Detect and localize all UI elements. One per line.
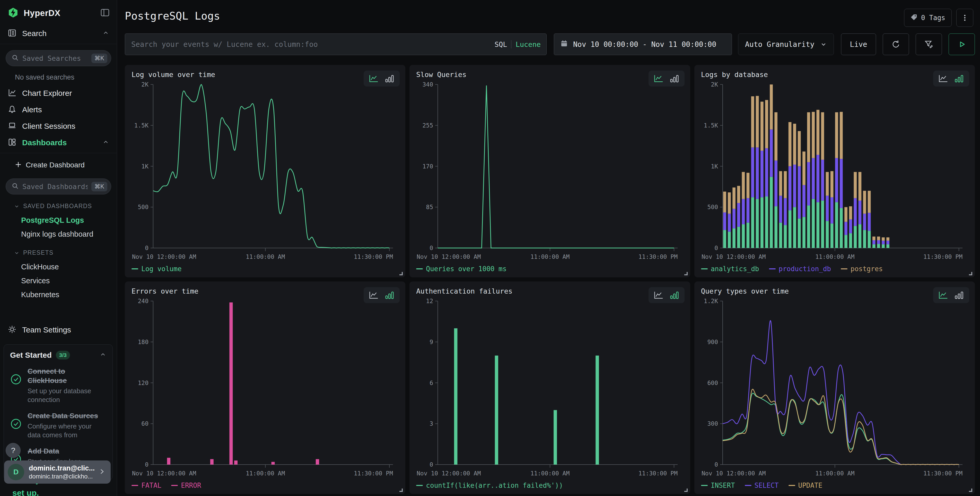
- line-chart-icon[interactable]: [938, 74, 948, 83]
- event-search-input[interactable]: [125, 34, 495, 55]
- chart-panel-6: Query types over time1.2K9006003000Nov 1…: [694, 281, 975, 494]
- filter-button[interactable]: [916, 33, 942, 55]
- panel-resize-handle[interactable]: [399, 488, 403, 492]
- get-started-step-connect[interactable]: Connect to ClickHouse Set up your databa…: [10, 367, 106, 404]
- section-saved-dashboards[interactable]: SAVED DASHBOARDS: [14, 203, 117, 210]
- panel-resize-handle[interactable]: [399, 272, 403, 275]
- bar-chart-icon[interactable]: [385, 74, 395, 83]
- collapse-sidebar-icon[interactable]: [100, 8, 110, 18]
- sidebar-item-label: Alerts: [22, 105, 42, 114]
- chart-canvas: 240180120600Nov 10 12:00:00 AM11:00:00 A…: [132, 297, 400, 480]
- legend-item: production_db: [769, 265, 831, 273]
- saved-searches-input[interactable]: [22, 54, 88, 62]
- sidebar: HyperDX Search ⌘K No saved searches: [0, 0, 117, 496]
- svg-text:11:00:00 AM: 11:00:00 AM: [530, 254, 570, 260]
- svg-text:11:30:00 PM: 11:30:00 PM: [354, 470, 393, 477]
- sidebar-item-chart-explorer[interactable]: Chart Explorer: [0, 85, 117, 102]
- logo-row: HyperDX: [0, 0, 117, 22]
- saved-dashboards-input[interactable]: [22, 183, 88, 191]
- line-chart-icon[interactable]: [654, 74, 663, 83]
- help-button[interactable]: ?: [6, 443, 21, 458]
- date-range-picker[interactable]: Nov 10 00:00:00 - Nov 11 00:00:00: [554, 33, 732, 55]
- legend-label: FATAL: [141, 482, 161, 489]
- chart-area: 340255170850Nov 10 12:00:00 AM11:00:00 A…: [416, 80, 684, 263]
- search-section-icon: [8, 29, 16, 38]
- legend-item: FATAL: [132, 482, 161, 489]
- svg-text:120: 120: [138, 380, 148, 386]
- live-button[interactable]: Live: [841, 33, 876, 55]
- svg-text:11:00:00 AM: 11:00:00 AM: [530, 470, 570, 477]
- create-dashboard-button[interactable]: Create Dashboard: [0, 158, 117, 172]
- chart-panel-3: Logs by database2K1.5K1K5000Nov 10 12:00…: [694, 65, 975, 278]
- legend-dash: [132, 268, 138, 270]
- user-menu[interactable]: D dominic.tran@clic... dominic.tran@clic…: [4, 461, 111, 484]
- legend-dash: [745, 485, 751, 486]
- svg-text:170: 170: [423, 163, 433, 170]
- svg-text:60: 60: [141, 420, 148, 427]
- chevron-up-icon[interactable]: [100, 351, 106, 359]
- get-started-badge: 3/3: [56, 351, 70, 359]
- kbd-shortcut: ⌘K: [91, 54, 107, 63]
- section-presets[interactable]: PRESETS: [14, 249, 117, 256]
- line-chart-icon[interactable]: [369, 291, 379, 300]
- refresh-button[interactable]: [883, 33, 909, 55]
- sidebar-item-client-sessions[interactable]: Client Sessions: [0, 118, 117, 134]
- divider: [511, 40, 511, 48]
- panel-resize-handle[interactable]: [684, 488, 688, 492]
- svg-text:255: 255: [423, 122, 433, 129]
- chart-mode-toggle: [364, 70, 400, 86]
- app-root: HyperDX Search ⌘K No saved searches: [0, 0, 980, 496]
- panel-resize-handle[interactable]: [684, 272, 688, 275]
- svg-text:11:30:00 PM: 11:30:00 PM: [638, 254, 678, 260]
- chart-mode-toggle: [933, 287, 969, 303]
- sidebar-item-dashboards[interactable]: Dashboards: [0, 134, 117, 151]
- user-name: dominic.tran@clic...: [29, 464, 94, 472]
- sidebar-item-alerts[interactable]: Alerts: [0, 102, 117, 118]
- panel-resize-handle[interactable]: [969, 488, 972, 492]
- bar-chart-icon[interactable]: [954, 74, 964, 83]
- dashboard-menu-button[interactable]: [956, 9, 973, 27]
- chart-mode-toggle: [933, 70, 969, 86]
- panel-resize-handle[interactable]: [969, 272, 972, 275]
- svg-text:1.5K: 1.5K: [134, 122, 149, 129]
- line-chart-icon[interactable]: [654, 291, 663, 300]
- saved-dashboards-search[interactable]: ⌘K: [6, 179, 111, 195]
- preset-link-services[interactable]: Services: [21, 274, 117, 288]
- preset-link-kubernetes[interactable]: Kubernetes: [21, 288, 117, 301]
- bar-chart-icon[interactable]: [954, 291, 964, 300]
- sidebar-item-team-settings[interactable]: Team Settings: [0, 322, 117, 338]
- get-started-card: Get Started 3/3 Connect to ClickHouse Se…: [3, 344, 113, 480]
- preset-link-clickhouse[interactable]: ClickHouse: [21, 260, 117, 274]
- lucene-mode-toggle[interactable]: Lucene: [515, 40, 541, 48]
- filter-edit-icon: [924, 40, 934, 49]
- bar-chart-icon[interactable]: [385, 291, 395, 300]
- calendar-icon: [560, 40, 568, 49]
- dashboards-grid-icon: [8, 138, 16, 148]
- svg-text:Nov 10 12:00:00 AM: Nov 10 12:00:00 AM: [702, 254, 766, 260]
- legend-item: Queries over 1000 ms: [416, 265, 506, 273]
- run-query-button[interactable]: [948, 33, 975, 55]
- sidebar-item-label: Team Settings: [22, 325, 71, 334]
- chart-area: 2K1.5K1K5000Nov 10 12:00:00 AM11:00:00 A…: [132, 80, 400, 263]
- tags-button[interactable]: 0 Tags: [904, 9, 952, 27]
- bar-chart-icon[interactable]: [670, 291, 679, 300]
- chart-title: Query types over time: [701, 287, 969, 297]
- line-chart-icon[interactable]: [938, 291, 948, 300]
- sidebar-item-search[interactable]: Search: [0, 25, 117, 42]
- svg-text:0: 0: [145, 461, 148, 468]
- granularity-select[interactable]: Auto Granularity: [738, 33, 834, 55]
- user-email: dominic.tran@clickho...: [29, 473, 94, 480]
- legend-label: SELECT: [754, 482, 779, 489]
- sql-mode-toggle[interactable]: SQL: [495, 40, 507, 48]
- dashboard-link-postgresql-logs[interactable]: PostgreSQL Logs: [21, 213, 117, 227]
- chart-title: Authentication failures: [416, 287, 684, 297]
- line-chart-icon[interactable]: [369, 74, 379, 83]
- get-started-title: Get Started: [10, 351, 52, 359]
- bar-chart-icon[interactable]: [670, 74, 679, 83]
- dashboard-link-nginx-logs[interactable]: Nginx logs dashboard: [21, 227, 117, 241]
- saved-searches-search[interactable]: ⌘K: [6, 50, 111, 66]
- legend-dash: [701, 268, 708, 270]
- get-started-step-sources[interactable]: Create Data Sources Configure where your…: [10, 411, 106, 439]
- chart-canvas: 2K1.5K1K5000Nov 10 12:00:00 AM11:00:00 A…: [701, 80, 969, 263]
- svg-text:Nov 10 12:00:00 AM: Nov 10 12:00:00 AM: [702, 470, 766, 477]
